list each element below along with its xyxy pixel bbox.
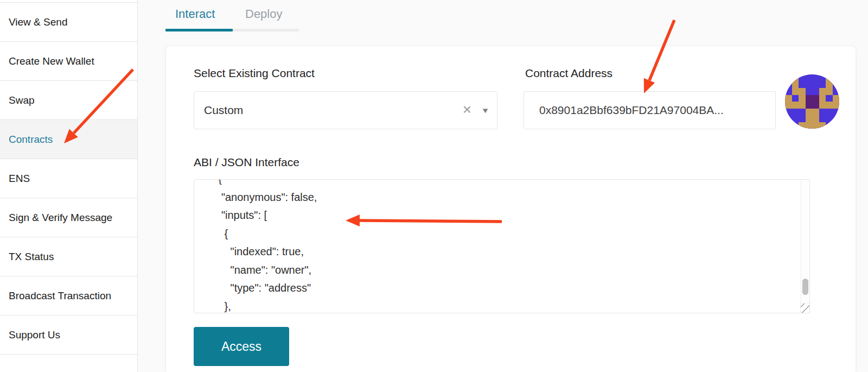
sidebar-menu: View & Send Create New Wallet Swap Contr…	[0, 2, 137, 355]
sidebar-item-label: Create New Wallet	[9, 55, 94, 67]
sidebar: View & Send Create New Wallet Swap Contr…	[0, 0, 138, 372]
sidebar-item-label: Broadcast Transaction	[9, 290, 111, 302]
scrollbar-thumb[interactable]	[802, 279, 808, 295]
access-button[interactable]: Access	[194, 327, 289, 366]
sidebar-item-create-new-wallet[interactable]: Create New Wallet	[0, 42, 137, 81]
sidebar-item-broadcast-transaction[interactable]: Broadcast Transaction	[0, 276, 137, 316]
sidebar-item-label: ENS	[9, 173, 30, 185]
active-tab-indicator	[165, 29, 233, 31]
sidebar-item-view-send[interactable]: View & Send	[0, 3, 137, 42]
sidebar-item-label: TX Status	[9, 251, 54, 263]
clear-selection-icon[interactable]: ×	[463, 102, 471, 117]
chevron-down-icon[interactable]: ▼	[481, 106, 490, 115]
selected-contract-value: Custom	[204, 92, 243, 129]
contract-address-label: Contract Address	[525, 67, 612, 80]
sidebar-item-tx-status[interactable]: TX Status	[0, 237, 137, 276]
address-identicon	[785, 74, 839, 129]
identicon-pixels	[785, 74, 839, 129]
abi-json-label: ABI / JSON Interface	[194, 156, 299, 169]
textarea-scrollbar[interactable]	[801, 180, 809, 303]
existing-contract-select[interactable]: Custom × ▼	[194, 91, 497, 129]
sidebar-item-label: View & Send	[9, 16, 67, 28]
abi-json-content: { "anonymous": false, "inputs": [ { "ind…	[200, 179, 317, 313]
sidebar-item-contracts[interactable]: Contracts	[0, 120, 137, 159]
sidebar-item-swap[interactable]: Swap	[0, 81, 137, 120]
select-contract-label: Select Existing Contract	[194, 67, 315, 80]
sidebar-item-sign-verify-message[interactable]: Sign & Verify Message	[0, 198, 137, 237]
tab-interact[interactable]: Interact	[175, 7, 215, 21]
sidebar-item-label: Sign & Verify Message	[9, 212, 112, 224]
abi-json-textarea[interactable]: { "anonymous": false, "inputs": [ { "ind…	[194, 179, 810, 313]
sidebar-item-support-us[interactable]: Support Us	[0, 316, 137, 355]
sidebar-item-label: Support Us	[9, 329, 60, 341]
sidebar-item-label: Contracts	[9, 134, 53, 146]
sidebar-item-ens[interactable]: ENS	[0, 159, 137, 198]
tab-bar-track	[233, 29, 299, 31]
contract-address-input[interactable]	[524, 91, 776, 129]
sidebar-item-label: Swap	[9, 94, 35, 106]
tab-deploy[interactable]: Deploy	[245, 7, 282, 21]
resize-handle-icon[interactable]	[800, 303, 809, 313]
